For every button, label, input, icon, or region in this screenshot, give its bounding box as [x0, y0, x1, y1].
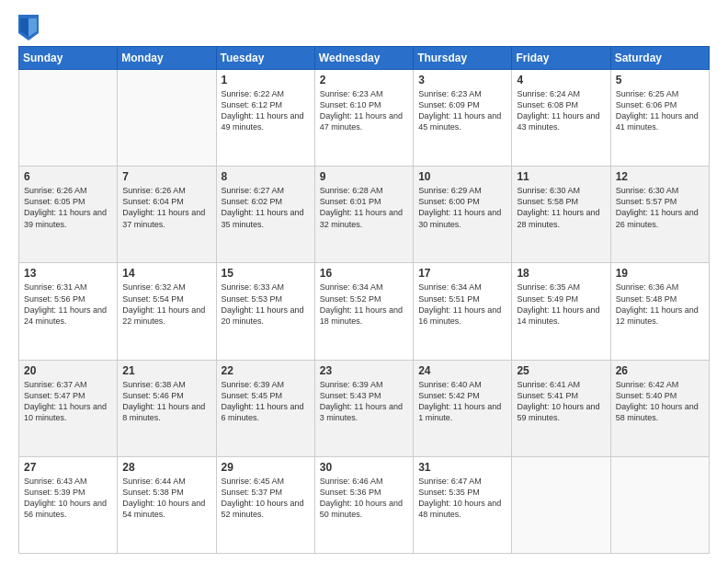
calendar-cell: 13Sunrise: 6:31 AM Sunset: 5:56 PM Dayli…: [19, 263, 118, 360]
day-number: 9: [320, 170, 408, 183]
day-number: 7: [122, 170, 210, 183]
day-info: Sunrise: 6:22 AM Sunset: 6:12 PM Dayligh…: [222, 88, 310, 133]
calendar-cell: 22Sunrise: 6:39 AM Sunset: 5:45 PM Dayli…: [216, 360, 314, 456]
day-number: 30: [320, 461, 408, 474]
weekday-header-monday: Monday: [118, 47, 216, 70]
page: SundayMondayTuesdayWednesdayThursdayFrid…: [0, 0, 728, 563]
calendar-cell: 5Sunrise: 6:25 AM Sunset: 6:06 PM Daylig…: [610, 70, 709, 167]
header: [18, 15, 710, 40]
calendar-cell: 21Sunrise: 6:38 AM Sunset: 5:46 PM Dayli…: [118, 360, 216, 456]
day-number: 24: [418, 364, 506, 377]
calendar-cell: 18Sunrise: 6:35 AM Sunset: 5:49 PM Dayli…: [512, 263, 610, 360]
day-info: Sunrise: 6:23 AM Sunset: 6:10 PM Dayligh…: [320, 88, 408, 133]
day-number: 16: [320, 267, 408, 280]
day-number: 17: [418, 267, 506, 280]
calendar-cell: 24Sunrise: 6:40 AM Sunset: 5:42 PM Dayli…: [414, 360, 512, 456]
weekday-header-thursday: Thursday: [414, 47, 512, 70]
day-info: Sunrise: 6:35 AM Sunset: 5:49 PM Dayligh…: [517, 282, 605, 327]
day-info: Sunrise: 6:23 AM Sunset: 6:09 PM Dayligh…: [418, 88, 506, 133]
day-number: 20: [24, 364, 112, 377]
logo-icon: [18, 15, 39, 40]
calendar-cell: 11Sunrise: 6:30 AM Sunset: 5:58 PM Dayli…: [512, 167, 610, 263]
day-info: Sunrise: 6:38 AM Sunset: 5:46 PM Dayligh…: [122, 379, 210, 424]
day-info: Sunrise: 6:29 AM Sunset: 6:00 PM Dayligh…: [418, 185, 506, 230]
calendar-cell: 6Sunrise: 6:26 AM Sunset: 6:05 PM Daylig…: [19, 167, 118, 263]
day-info: Sunrise: 6:34 AM Sunset: 5:51 PM Dayligh…: [418, 282, 506, 327]
calendar-cell: 1Sunrise: 6:22 AM Sunset: 6:12 PM Daylig…: [216, 70, 314, 167]
calendar-cell: 2Sunrise: 6:23 AM Sunset: 6:10 PM Daylig…: [314, 70, 413, 167]
day-info: Sunrise: 6:33 AM Sunset: 5:53 PM Dayligh…: [222, 282, 310, 327]
day-number: 28: [122, 461, 210, 474]
day-info: Sunrise: 6:28 AM Sunset: 6:01 PM Dayligh…: [320, 185, 408, 230]
day-number: 6: [24, 170, 112, 183]
weekday-header-friday: Friday: [512, 47, 610, 70]
calendar-cell: 29Sunrise: 6:45 AM Sunset: 5:37 PM Dayli…: [216, 456, 314, 553]
calendar-cell: 4Sunrise: 6:24 AM Sunset: 6:08 PM Daylig…: [512, 70, 610, 167]
calendar-cell: 16Sunrise: 6:34 AM Sunset: 5:52 PM Dayli…: [314, 263, 413, 360]
calendar-table: SundayMondayTuesdayWednesdayThursdayFrid…: [18, 46, 710, 554]
day-number: 13: [24, 267, 112, 280]
day-info: Sunrise: 6:25 AM Sunset: 6:06 PM Dayligh…: [616, 88, 704, 133]
day-info: Sunrise: 6:36 AM Sunset: 5:48 PM Dayligh…: [616, 282, 704, 327]
day-info: Sunrise: 6:41 AM Sunset: 5:41 PM Dayligh…: [517, 379, 605, 424]
calendar-cell: 15Sunrise: 6:33 AM Sunset: 5:53 PM Dayli…: [216, 263, 314, 360]
day-info: Sunrise: 6:30 AM Sunset: 5:58 PM Dayligh…: [517, 185, 605, 230]
day-info: Sunrise: 6:42 AM Sunset: 5:40 PM Dayligh…: [616, 379, 704, 424]
week-row-3: 13Sunrise: 6:31 AM Sunset: 5:56 PM Dayli…: [19, 263, 710, 360]
day-number: 26: [616, 364, 704, 377]
day-number: 25: [517, 364, 605, 377]
calendar-cell: 10Sunrise: 6:29 AM Sunset: 6:00 PM Dayli…: [414, 167, 512, 263]
weekday-header-tuesday: Tuesday: [216, 47, 314, 70]
day-number: 11: [517, 170, 605, 183]
day-info: Sunrise: 6:39 AM Sunset: 5:45 PM Dayligh…: [222, 379, 310, 424]
day-number: 31: [418, 461, 506, 474]
calendar-cell: 30Sunrise: 6:46 AM Sunset: 5:36 PM Dayli…: [314, 456, 413, 553]
weekday-header-wednesday: Wednesday: [314, 47, 413, 70]
day-info: Sunrise: 6:27 AM Sunset: 6:02 PM Dayligh…: [222, 185, 310, 230]
day-number: 19: [616, 267, 704, 280]
logo: [18, 15, 42, 40]
calendar-cell: 8Sunrise: 6:27 AM Sunset: 6:02 PM Daylig…: [216, 167, 314, 263]
calendar-cell: 19Sunrise: 6:36 AM Sunset: 5:48 PM Dayli…: [610, 263, 709, 360]
week-row-2: 6Sunrise: 6:26 AM Sunset: 6:05 PM Daylig…: [19, 167, 710, 263]
calendar-cell: 27Sunrise: 6:43 AM Sunset: 5:39 PM Dayli…: [19, 456, 118, 553]
calendar-cell: 23Sunrise: 6:39 AM Sunset: 5:43 PM Dayli…: [314, 360, 413, 456]
weekday-header-saturday: Saturday: [610, 47, 709, 70]
day-info: Sunrise: 6:44 AM Sunset: 5:38 PM Dayligh…: [122, 476, 210, 521]
calendar-cell: 9Sunrise: 6:28 AM Sunset: 6:01 PM Daylig…: [314, 167, 413, 263]
calendar-cell: 12Sunrise: 6:30 AM Sunset: 5:57 PM Dayli…: [610, 167, 709, 263]
day-number: 2: [320, 74, 408, 86]
day-info: Sunrise: 6:30 AM Sunset: 5:57 PM Dayligh…: [616, 185, 704, 230]
calendar-cell: [610, 456, 709, 553]
day-number: 23: [320, 364, 408, 377]
calendar-cell: [512, 456, 610, 553]
day-info: Sunrise: 6:32 AM Sunset: 5:54 PM Dayligh…: [122, 282, 210, 327]
day-number: 4: [517, 74, 605, 86]
day-info: Sunrise: 6:45 AM Sunset: 5:37 PM Dayligh…: [222, 476, 310, 521]
day-info: Sunrise: 6:43 AM Sunset: 5:39 PM Dayligh…: [24, 476, 112, 521]
day-number: 29: [222, 461, 310, 474]
day-number: 15: [222, 267, 310, 280]
calendar-cell: 28Sunrise: 6:44 AM Sunset: 5:38 PM Dayli…: [118, 456, 216, 553]
day-info: Sunrise: 6:24 AM Sunset: 6:08 PM Dayligh…: [517, 88, 605, 133]
day-number: 12: [616, 170, 704, 183]
day-number: 3: [418, 74, 506, 86]
calendar-cell: 3Sunrise: 6:23 AM Sunset: 6:09 PM Daylig…: [414, 70, 512, 167]
day-number: 5: [616, 74, 704, 86]
calendar-cell: 25Sunrise: 6:41 AM Sunset: 5:41 PM Dayli…: [512, 360, 610, 456]
weekday-header-row: SundayMondayTuesdayWednesdayThursdayFrid…: [19, 47, 710, 70]
calendar-cell: 17Sunrise: 6:34 AM Sunset: 5:51 PM Dayli…: [414, 263, 512, 360]
day-info: Sunrise: 6:37 AM Sunset: 5:47 PM Dayligh…: [24, 379, 112, 424]
day-info: Sunrise: 6:40 AM Sunset: 5:42 PM Dayligh…: [418, 379, 506, 424]
calendar-cell: 7Sunrise: 6:26 AM Sunset: 6:04 PM Daylig…: [118, 167, 216, 263]
day-number: 8: [222, 170, 310, 183]
day-info: Sunrise: 6:26 AM Sunset: 6:05 PM Dayligh…: [24, 185, 112, 230]
day-info: Sunrise: 6:31 AM Sunset: 5:56 PM Dayligh…: [24, 282, 112, 327]
weekday-header-sunday: Sunday: [19, 47, 118, 70]
day-info: Sunrise: 6:26 AM Sunset: 6:04 PM Dayligh…: [122, 185, 210, 230]
day-number: 18: [517, 267, 605, 280]
calendar-cell: 31Sunrise: 6:47 AM Sunset: 5:35 PM Dayli…: [414, 456, 512, 553]
calendar-cell: 20Sunrise: 6:37 AM Sunset: 5:47 PM Dayli…: [19, 360, 118, 456]
day-number: 14: [122, 267, 210, 280]
day-info: Sunrise: 6:47 AM Sunset: 5:35 PM Dayligh…: [418, 476, 506, 521]
